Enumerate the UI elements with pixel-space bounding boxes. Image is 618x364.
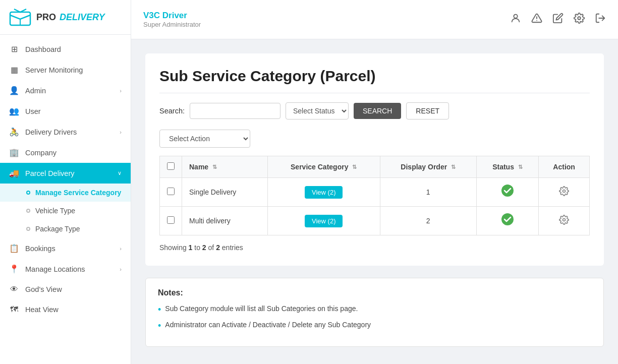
sidebar-item-label: Heat View [25, 306, 59, 314]
display-order-sort-icon: ⇅ [451, 164, 456, 170]
sidebar-item-label: Company [25, 149, 57, 157]
sidebar-item-gods-view[interactable]: 👁 God's View [0, 279, 131, 299]
main-content-card: Sub Service Category (Parcel) Search: Se… [145, 53, 604, 266]
row-1-view-button[interactable]: View (2) [305, 186, 343, 199]
action-select[interactable]: Select Action Delete Activate Deactivate [159, 130, 250, 148]
sub-dot-icon [26, 227, 30, 231]
user-role: Super Administrator [143, 21, 201, 28]
sidebar-item-manage-locations[interactable]: 📍 Manage Locations › [0, 259, 131, 279]
sidebar-item-label: Manage Locations [25, 265, 85, 273]
sidebar-item-admin[interactable]: 👤 Admin › [0, 80, 131, 101]
heat-view-icon: 🗺 [9, 305, 19, 314]
th-display-order[interactable]: Display Order ⇅ [380, 156, 476, 178]
sidebar-sub-manage-service-category[interactable]: Manage Service Category [0, 184, 131, 202]
row-1-status-icon [501, 187, 514, 200]
search-input[interactable] [190, 103, 280, 119]
search-row: Search: Select Status Active Inactive SE… [159, 102, 590, 119]
chevron-right-icon: › [120, 129, 122, 135]
sidebar-item-bookings[interactable]: 📋 Bookings › [0, 238, 131, 259]
notes-item-2: Administrator can Activate / Deactivate … [158, 321, 591, 332]
notes-item-1: Sub Category module will list all Sub Ca… [158, 305, 591, 316]
sidebar-item-label: Server Monitoring [25, 66, 83, 74]
sidebar-item-delivery-drivers[interactable]: 🚴 Delivery Drivers › [0, 122, 131, 142]
row-1-service-category: View (2) [267, 178, 380, 207]
logo-text: PRO DELIVERY [36, 12, 105, 23]
sidebar: PRO DELIVERY ⊞ Dashboard ▦ Server Monito… [0, 0, 131, 364]
status-sort[interactable]: Status ⇅ [484, 163, 531, 171]
server-monitoring-icon: ▦ [9, 65, 19, 75]
edit-icon[interactable] [552, 13, 564, 26]
service-category-sort-icon: ⇅ [352, 164, 357, 170]
parcel-delivery-icon: 🚚 [9, 168, 19, 178]
row-2-checkbox[interactable] [167, 216, 175, 224]
row-2-view-button[interactable]: View (2) [305, 215, 343, 227]
select-all-checkbox[interactable] [167, 162, 175, 170]
chevron-right-icon: › [120, 266, 122, 272]
name-sort[interactable]: Name ⇅ [189, 163, 260, 171]
sub-item-label: Package Type [35, 225, 80, 233]
svg-point-8 [563, 190, 566, 192]
svg-point-2 [514, 15, 517, 18]
user-profile-icon[interactable] [510, 13, 521, 26]
display-order-sort[interactable]: Display Order ⇅ [387, 163, 469, 171]
notes-card: Notes: Sub Category module will list all… [145, 278, 604, 347]
sub-dot-icon [26, 209, 30, 213]
sidebar-item-user[interactable]: 👥 User [0, 101, 131, 122]
row-1-gear-icon[interactable] [559, 188, 569, 198]
page-title: Sub Service Category (Parcel) [159, 68, 590, 93]
sidebar-item-label: Dashboard [25, 45, 61, 53]
chevron-right-icon: › [120, 246, 122, 252]
row-1-checkbox[interactable] [167, 188, 175, 195]
sidebar-item-label: God's View [25, 285, 62, 293]
row-1-display-order: 1 [380, 178, 476, 207]
th-service-category[interactable]: Service Category ⇅ [267, 156, 380, 178]
table-body: Single Delivery View (2) 1 [160, 178, 590, 235]
alert-icon[interactable] [531, 13, 542, 26]
delivery-drivers-icon: 🚴 [9, 127, 19, 137]
row-1-status [476, 178, 538, 207]
row-2-service-category: View (2) [267, 207, 380, 235]
sidebar-nav: ⊞ Dashboard ▦ Server Monitoring 👤 Admin … [0, 35, 131, 364]
row-1-action [539, 178, 590, 207]
row-2-action [539, 207, 590, 235]
sidebar-item-label: Delivery Drivers [25, 128, 77, 136]
status-sort-icon: ⇅ [518, 164, 523, 170]
top-header: V3C Driver Super Administrator [131, 0, 618, 39]
sidebar-item-company[interactable]: 🏢 Company [0, 142, 131, 163]
th-action: Action [539, 156, 590, 178]
svg-point-5 [578, 17, 581, 20]
sidebar-item-label: Admin [25, 87, 46, 95]
svg-point-7 [501, 185, 514, 197]
row-checkbox-cell [160, 178, 182, 207]
status-select[interactable]: Select Status Active Inactive [286, 102, 349, 119]
sub-dot-icon [26, 191, 30, 195]
sidebar-sub-vehicle-type[interactable]: Vehicle Type [0, 202, 131, 220]
logo-icon [9, 8, 31, 26]
manage-locations-icon: 📍 [9, 264, 19, 274]
settings-icon[interactable] [574, 13, 585, 26]
admin-icon: 👤 [9, 86, 19, 95]
row-2-name: Multi delivery [182, 207, 268, 235]
header-icons [510, 13, 606, 26]
reset-button[interactable]: RESET [406, 102, 449, 119]
th-name[interactable]: Name ⇅ [182, 156, 268, 178]
table-row: Single Delivery View (2) 1 [160, 178, 590, 207]
power-icon[interactable] [595, 13, 606, 26]
search-button[interactable]: SEARCH [354, 103, 401, 119]
sidebar-item-heat-view[interactable]: 🗺 Heat View [0, 299, 131, 320]
row-2-gear-icon[interactable] [559, 217, 569, 227]
row-2-status [476, 207, 538, 235]
gods-view-icon: 👁 [9, 285, 19, 294]
name-sort-icon: ⇅ [212, 164, 217, 170]
sub-item-label: Vehicle Type [35, 207, 75, 215]
th-status[interactable]: Status ⇅ [476, 156, 538, 178]
data-table: Name ⇅ Service Category ⇅ [159, 156, 590, 235]
sidebar-item-dashboard[interactable]: ⊞ Dashboard [0, 39, 131, 59]
sidebar-item-label: Parcel Delivery [25, 169, 75, 177]
sidebar-item-parcel-delivery[interactable]: 🚚 Parcel Delivery ∨ [0, 163, 131, 184]
sidebar-sub-package-type[interactable]: Package Type [0, 220, 131, 238]
row-checkbox-cell [160, 207, 182, 235]
service-category-sort[interactable]: Service Category ⇅ [275, 163, 373, 171]
pagination-text: Showing 1 to 2 of 2 entries [159, 244, 590, 252]
sidebar-item-server-monitoring[interactable]: ▦ Server Monitoring [0, 59, 131, 80]
